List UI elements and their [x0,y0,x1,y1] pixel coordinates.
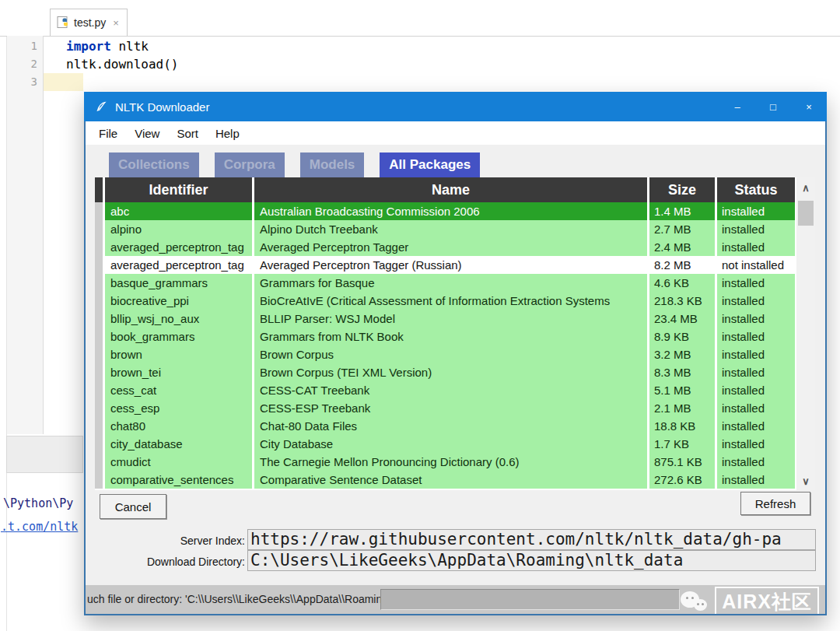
line-number: 3 [11,73,37,91]
header-mini-col [95,177,103,202]
python-file-icon [57,16,69,29]
table-row[interactable]: chat80 Chat-80 Data Files 18.8 KB instal… [95,417,795,435]
scrollbar-thumb[interactable] [798,201,814,226]
table-header: Identifier Name Size Status [95,177,795,202]
table-row[interactable]: abc Australian Broadcasting Commission 2… [95,202,795,220]
tab-test-py[interactable]: test.py × [50,9,128,36]
line-number: 1 [11,37,37,55]
code-line-1: import nltk [66,37,149,55]
table-scrollbar[interactable]: ∧ ∨ [796,177,815,490]
menu-help[interactable]: Help [207,124,248,143]
close-icon[interactable]: × [791,92,827,121]
dialog-titlebar[interactable]: NLTK Downloader – □ × [84,92,827,121]
table-row[interactable]: averaged_perceptron_tag Averaged Percept… [95,256,795,274]
progress-box [380,589,680,610]
editor-gutter [7,36,44,434]
table-row[interactable]: cess_cat CESS-CAT Treebank 5.1 MB instal… [95,381,795,399]
status-bar: uch file or directory: 'C:\\Users\\LikeG… [86,585,825,614]
line-number: 2 [11,55,37,73]
tab-all-packages[interactable]: All Packages [380,152,480,177]
maximize-icon[interactable]: □ [755,92,791,121]
dialog-title: NLTK Downloader [115,100,209,114]
tab-label: test.py [74,16,106,29]
nltk-downloader-dialog: NLTK Downloader – □ × File View Sort Hel… [84,92,827,615]
code-text: nltk [111,39,149,54]
table-row[interactable]: alpino Alpino Dutch Treebank 2.7 MB inst… [95,220,795,238]
dialog-menubar: File View Sort Help [86,121,825,145]
table-row[interactable]: city_database City Database 1.7 KB insta… [95,435,795,453]
code-line-2: nltk.download() [66,55,179,73]
table-row[interactable]: basque_grammars Grammars for Basque 4.6 … [95,274,795,292]
server-index-field[interactable]: https://raw.githubusercontent.com/nltk/n… [247,529,816,550]
header-name[interactable]: Name [254,177,647,202]
table-row[interactable]: book_grammars Grammars from NLTK Book 8.… [95,328,795,345]
packages-table: Identifier Name Size Status abc Australi… [95,177,815,490]
editor-tab-bar: test.py × [0,0,840,37]
download-directory-field[interactable]: C:\Users\LikeGeeks\AppData\Roaming\nltk_… [247,550,816,571]
tab-collections[interactable]: Collections [109,152,199,177]
table-row[interactable]: comparative_sentences Comparative Senten… [95,471,795,489]
menu-view[interactable]: View [126,124,168,143]
keyword-import: import [66,39,111,54]
wechat-icon [681,590,712,615]
window-controls: – □ × [719,92,827,121]
scroll-down-icon[interactable]: ∨ [796,475,815,487]
scroll-up-icon[interactable]: ∧ [796,182,815,194]
menu-sort[interactable]: Sort [168,124,207,143]
header-size[interactable]: Size [649,177,715,202]
console-output-link[interactable]: .t.com/nltk [1,520,78,534]
server-index-label: Server Index: [90,535,245,547]
feather-icon [95,100,107,113]
table-row[interactable]: cess_esp CESS-ESP Treebank 2.1 MB instal… [95,399,795,417]
category-tabs: Collections Corpora Models All Packages [109,152,480,177]
tab-close-icon[interactable]: × [113,17,119,29]
header-identifier[interactable]: Identifier [105,177,252,202]
watermark: AIRX社区 [681,587,819,614]
header-status[interactable]: Status [717,177,795,202]
table-row[interactable]: averaged_perceptron_tag Averaged Percept… [95,238,795,256]
cancel-button[interactable]: Cancel [100,494,166,519]
tab-models[interactable]: Models [300,152,365,177]
minimize-icon[interactable]: – [719,92,755,121]
table-row[interactable]: bllip_wsj_no_aux BLLIP Parser: WSJ Model… [95,310,795,328]
download-directory-label: Download Directory: [90,556,245,568]
menu-file[interactable]: File [90,124,126,143]
watermark-text: AIRX社区 [715,587,819,614]
refresh-button[interactable]: Refresh [740,492,810,515]
table-row[interactable]: biocreative_ppi BioCreAtIvE (Critical As… [95,292,795,310]
table-row[interactable]: cmudict The Carnegie Mellon Pronouncing … [95,453,795,471]
table-row[interactable]: brown Brown Corpus 3.2 MB installed [95,345,795,363]
table-row[interactable]: brown_tei Brown Corpus (TEI XML Version)… [95,363,795,381]
tab-corpora[interactable]: Corpora [215,152,285,177]
console-panel-edge [6,436,83,473]
console-output-path: \Python\Py [3,496,73,510]
